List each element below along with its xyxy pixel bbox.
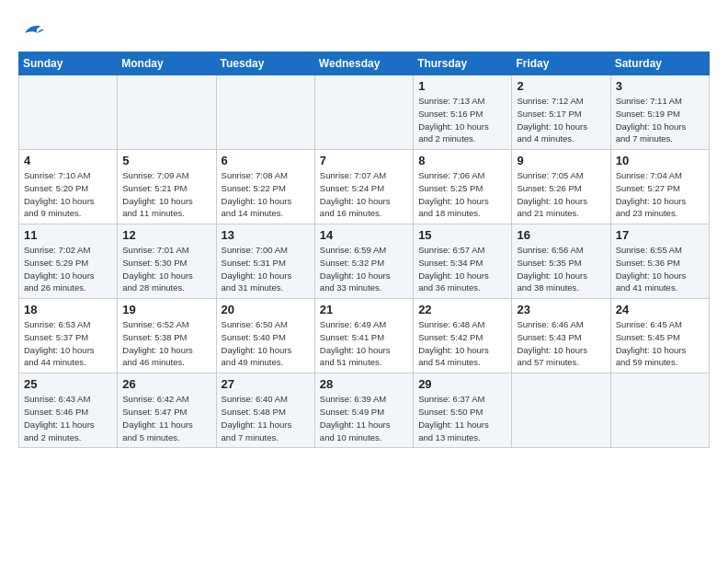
day-number: 21 bbox=[320, 303, 408, 316]
calendar-cell: 9Sunrise: 7:05 AM Sunset: 5:26 PM Daylig… bbox=[512, 150, 610, 224]
day-info: Sunrise: 7:08 AM Sunset: 5:22 PM Dayligh… bbox=[222, 169, 310, 220]
calendar-week-row: 25Sunrise: 6:43 AM Sunset: 5:46 PM Dayli… bbox=[19, 373, 710, 448]
calendar-cell bbox=[610, 373, 709, 448]
day-number: 22 bbox=[418, 303, 506, 316]
weekday-header-monday: Monday bbox=[118, 52, 216, 75]
calendar-cell: 19Sunrise: 6:52 AM Sunset: 5:38 PM Dayli… bbox=[118, 299, 216, 373]
calendar-cell: 28Sunrise: 6:39 AM Sunset: 5:49 PM Dayli… bbox=[314, 373, 413, 448]
day-info: Sunrise: 7:07 AM Sunset: 5:24 PM Dayligh… bbox=[320, 169, 408, 220]
calendar-cell: 8Sunrise: 7:06 AM Sunset: 5:25 PM Daylig… bbox=[414, 150, 512, 224]
day-number: 25 bbox=[24, 377, 112, 391]
calendar-cell: 27Sunrise: 6:40 AM Sunset: 5:48 PM Dayli… bbox=[216, 373, 314, 448]
day-info: Sunrise: 6:50 AM Sunset: 5:40 PM Dayligh… bbox=[222, 318, 310, 369]
calendar-cell: 3Sunrise: 7:11 AM Sunset: 5:19 PM Daylig… bbox=[610, 75, 709, 150]
day-number: 9 bbox=[517, 154, 605, 167]
calendar-cell: 16Sunrise: 6:56 AM Sunset: 5:35 PM Dayli… bbox=[512, 224, 610, 299]
day-number: 1 bbox=[418, 79, 506, 93]
calendar-cell: 7Sunrise: 7:07 AM Sunset: 5:24 PM Daylig… bbox=[314, 150, 413, 224]
calendar-cell: 2Sunrise: 7:12 AM Sunset: 5:17 PM Daylig… bbox=[512, 75, 610, 150]
day-info: Sunrise: 7:09 AM Sunset: 5:21 PM Dayligh… bbox=[122, 169, 210, 220]
calendar-cell: 1Sunrise: 7:13 AM Sunset: 5:16 PM Daylig… bbox=[414, 75, 512, 150]
day-info: Sunrise: 6:53 AM Sunset: 5:37 PM Dayligh… bbox=[24, 318, 112, 369]
calendar-cell: 18Sunrise: 6:53 AM Sunset: 5:37 PM Dayli… bbox=[19, 299, 118, 373]
day-number: 15 bbox=[418, 228, 506, 242]
calendar-week-row: 11Sunrise: 7:02 AM Sunset: 5:29 PM Dayli… bbox=[19, 224, 710, 299]
day-info: Sunrise: 7:01 AM Sunset: 5:30 PM Dayligh… bbox=[122, 244, 210, 294]
day-info: Sunrise: 6:57 AM Sunset: 5:34 PM Dayligh… bbox=[418, 244, 506, 294]
day-info: Sunrise: 6:59 AM Sunset: 5:32 PM Dayligh… bbox=[320, 244, 408, 294]
day-number: 28 bbox=[320, 377, 408, 391]
calendar-cell bbox=[216, 75, 314, 150]
day-info: Sunrise: 6:43 AM Sunset: 5:46 PM Dayligh… bbox=[24, 393, 112, 443]
day-number: 20 bbox=[222, 303, 310, 316]
calendar-cell bbox=[314, 75, 413, 150]
day-info: Sunrise: 6:37 AM Sunset: 5:50 PM Dayligh… bbox=[418, 393, 506, 443]
calendar-week-row: 18Sunrise: 6:53 AM Sunset: 5:37 PM Dayli… bbox=[19, 299, 710, 373]
day-number: 2 bbox=[517, 79, 605, 93]
day-info: Sunrise: 6:56 AM Sunset: 5:35 PM Dayligh… bbox=[517, 244, 605, 294]
day-number: 23 bbox=[517, 303, 605, 316]
day-info: Sunrise: 6:40 AM Sunset: 5:48 PM Dayligh… bbox=[222, 393, 310, 443]
calendar-cell: 29Sunrise: 6:37 AM Sunset: 5:50 PM Dayli… bbox=[414, 373, 512, 448]
calendar-cell: 26Sunrise: 6:42 AM Sunset: 5:47 PM Dayli… bbox=[118, 373, 216, 448]
calendar-cell: 12Sunrise: 7:01 AM Sunset: 5:30 PM Dayli… bbox=[118, 224, 216, 299]
logo-bird-icon bbox=[18, 20, 44, 46]
day-info: Sunrise: 6:39 AM Sunset: 5:49 PM Dayligh… bbox=[320, 393, 408, 443]
day-number: 18 bbox=[24, 303, 112, 316]
calendar-cell: 5Sunrise: 7:09 AM Sunset: 5:21 PM Daylig… bbox=[118, 150, 216, 224]
day-info: Sunrise: 7:10 AM Sunset: 5:20 PM Dayligh… bbox=[24, 169, 112, 220]
day-number: 19 bbox=[122, 303, 210, 316]
weekday-header-saturday: Saturday bbox=[610, 52, 709, 75]
calendar-cell: 23Sunrise: 6:46 AM Sunset: 5:43 PM Dayli… bbox=[512, 299, 610, 373]
calendar-week-row: 1Sunrise: 7:13 AM Sunset: 5:16 PM Daylig… bbox=[19, 75, 710, 150]
day-info: Sunrise: 6:52 AM Sunset: 5:38 PM Dayligh… bbox=[122, 318, 210, 369]
calendar-cell: 14Sunrise: 6:59 AM Sunset: 5:32 PM Dayli… bbox=[314, 224, 413, 299]
calendar-cell: 17Sunrise: 6:55 AM Sunset: 5:36 PM Dayli… bbox=[610, 224, 709, 299]
page: SundayMondayTuesdayWednesdayThursdayFrid… bbox=[0, 0, 728, 457]
calendar-cell bbox=[118, 75, 216, 150]
day-info: Sunrise: 6:48 AM Sunset: 5:42 PM Dayligh… bbox=[418, 318, 506, 369]
day-info: Sunrise: 7:00 AM Sunset: 5:31 PM Dayligh… bbox=[222, 244, 310, 294]
logo bbox=[18, 20, 44, 46]
day-number: 8 bbox=[418, 154, 506, 167]
calendar-cell: 11Sunrise: 7:02 AM Sunset: 5:29 PM Dayli… bbox=[19, 224, 118, 299]
weekday-header-sunday: Sunday bbox=[19, 52, 118, 75]
header bbox=[18, 17, 710, 46]
calendar-week-row: 4Sunrise: 7:10 AM Sunset: 5:20 PM Daylig… bbox=[19, 150, 710, 224]
day-info: Sunrise: 7:11 AM Sunset: 5:19 PM Dayligh… bbox=[616, 95, 704, 145]
day-number: 17 bbox=[616, 228, 704, 242]
day-info: Sunrise: 6:46 AM Sunset: 5:43 PM Dayligh… bbox=[517, 318, 605, 369]
calendar-cell: 15Sunrise: 6:57 AM Sunset: 5:34 PM Dayli… bbox=[414, 224, 512, 299]
weekday-header-thursday: Thursday bbox=[414, 52, 512, 75]
day-info: Sunrise: 7:05 AM Sunset: 5:26 PM Dayligh… bbox=[517, 169, 605, 220]
day-number: 7 bbox=[320, 154, 408, 167]
calendar-cell: 24Sunrise: 6:45 AM Sunset: 5:45 PM Dayli… bbox=[610, 299, 709, 373]
calendar-cell: 10Sunrise: 7:04 AM Sunset: 5:27 PM Dayli… bbox=[610, 150, 709, 224]
day-number: 27 bbox=[222, 377, 310, 391]
calendar-cell: 25Sunrise: 6:43 AM Sunset: 5:46 PM Dayli… bbox=[19, 373, 118, 448]
day-info: Sunrise: 7:06 AM Sunset: 5:25 PM Dayligh… bbox=[418, 169, 506, 220]
calendar-cell: 4Sunrise: 7:10 AM Sunset: 5:20 PM Daylig… bbox=[19, 150, 118, 224]
calendar-cell: 6Sunrise: 7:08 AM Sunset: 5:22 PM Daylig… bbox=[216, 150, 314, 224]
day-number: 3 bbox=[616, 79, 704, 93]
day-number: 26 bbox=[122, 377, 210, 391]
day-info: Sunrise: 6:45 AM Sunset: 5:45 PM Dayligh… bbox=[616, 318, 704, 369]
day-info: Sunrise: 7:13 AM Sunset: 5:16 PM Dayligh… bbox=[418, 95, 506, 145]
weekday-header-friday: Friday bbox=[512, 52, 610, 75]
day-info: Sunrise: 7:02 AM Sunset: 5:29 PM Dayligh… bbox=[24, 244, 112, 294]
calendar-table: SundayMondayTuesdayWednesdayThursdayFrid… bbox=[18, 52, 710, 448]
calendar-cell bbox=[19, 75, 118, 150]
day-info: Sunrise: 7:04 AM Sunset: 5:27 PM Dayligh… bbox=[616, 169, 704, 220]
weekday-header-tuesday: Tuesday bbox=[216, 52, 314, 75]
day-number: 14 bbox=[320, 228, 408, 242]
day-number: 5 bbox=[122, 154, 210, 167]
calendar-cell: 22Sunrise: 6:48 AM Sunset: 5:42 PM Dayli… bbox=[414, 299, 512, 373]
day-number: 24 bbox=[616, 303, 704, 316]
weekday-header-wednesday: Wednesday bbox=[314, 52, 413, 75]
day-number: 16 bbox=[517, 228, 605, 242]
calendar-cell: 20Sunrise: 6:50 AM Sunset: 5:40 PM Dayli… bbox=[216, 299, 314, 373]
day-number: 12 bbox=[122, 228, 210, 242]
day-info: Sunrise: 6:55 AM Sunset: 5:36 PM Dayligh… bbox=[616, 244, 704, 294]
calendar-cell: 21Sunrise: 6:49 AM Sunset: 5:41 PM Dayli… bbox=[314, 299, 413, 373]
day-number: 11 bbox=[24, 228, 112, 242]
